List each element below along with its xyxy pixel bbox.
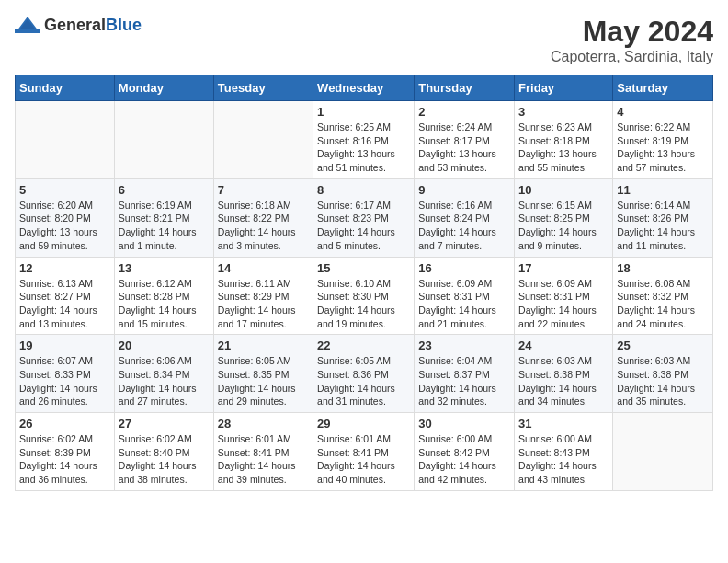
cell-info: Sunrise: 6:04 AMSunset: 8:37 PMDaylight:… [418,355,496,407]
cell-info: Sunrise: 6:02 AMSunset: 8:40 PMDaylight:… [119,433,197,485]
calendar-week-row: 12Sunrise: 6:13 AMSunset: 8:27 PMDayligh… [16,257,713,335]
day-number: 21 [218,339,309,352]
day-number: 29 [317,417,410,431]
calendar-cell: 20Sunrise: 6:06 AMSunset: 8:34 PMDayligh… [114,335,213,413]
calendar-cell: 25Sunrise: 6:03 AMSunset: 8:38 PMDayligh… [613,335,713,413]
subtitle: Capoterra, Sardinia, Italy [551,49,713,65]
calendar-cell: 2Sunrise: 6:24 AMSunset: 8:17 PMDaylight… [415,101,515,179]
day-number: 18 [617,261,709,275]
col-tuesday: Tuesday [213,75,313,101]
calendar-cell: 4Sunrise: 6:22 AMSunset: 8:19 PMDaylight… [613,101,713,179]
cell-info: Sunrise: 6:17 AMSunset: 8:23 PMDaylight:… [317,200,395,251]
cell-info: Sunrise: 6:06 AMSunset: 8:34 PMDaylight:… [119,355,197,407]
day-number: 10 [518,183,609,197]
day-number: 22 [317,339,410,352]
calendar-cell: 11Sunrise: 6:14 AMSunset: 8:26 PMDayligh… [613,178,713,257]
day-number: 12 [19,261,110,275]
day-number: 26 [19,417,110,431]
calendar-cell: 22Sunrise: 6:05 AMSunset: 8:36 PMDayligh… [313,335,415,413]
calendar-cell: 7Sunrise: 6:18 AMSunset: 8:22 PMDaylight… [213,178,313,257]
day-number: 3 [518,105,609,119]
calendar-cell: 6Sunrise: 6:19 AMSunset: 8:21 PMDaylight… [114,178,213,257]
cell-info: Sunrise: 6:16 AMSunset: 8:24 PMDaylight:… [418,200,496,251]
day-number: 13 [119,261,210,275]
cell-info: Sunrise: 6:09 AMSunset: 8:31 PMDaylight:… [418,278,496,329]
day-number: 20 [119,339,210,352]
day-number: 1 [317,105,410,119]
day-number: 17 [518,261,609,275]
calendar-cell [613,413,713,491]
logo-general-text: General [44,16,106,34]
day-number: 7 [218,183,309,197]
cell-info: Sunrise: 6:14 AMSunset: 8:26 PMDaylight:… [617,200,695,251]
cell-info: Sunrise: 6:02 AMSunset: 8:39 PMDaylight:… [19,433,97,485]
logo: GeneralBlue [15,15,142,35]
day-number: 8 [317,183,410,197]
cell-info: Sunrise: 6:05 AMSunset: 8:36 PMDaylight:… [317,355,395,407]
calendar-week-row: 5Sunrise: 6:20 AMSunset: 8:20 PMDaylight… [16,178,713,257]
calendar-cell: 30Sunrise: 6:00 AMSunset: 8:42 PMDayligh… [415,413,515,491]
calendar-cell: 15Sunrise: 6:10 AMSunset: 8:30 PMDayligh… [313,257,415,335]
cell-info: Sunrise: 6:22 AMSunset: 8:19 PMDaylight:… [617,121,695,173]
logo-blue-text: Blue [106,16,142,34]
cell-info: Sunrise: 6:25 AMSunset: 8:16 PMDaylight:… [317,121,395,173]
cell-info: Sunrise: 6:03 AMSunset: 8:38 PMDaylight:… [617,355,695,407]
cell-info: Sunrise: 6:08 AMSunset: 8:32 PMDaylight:… [617,278,695,329]
day-number: 6 [119,183,210,197]
cell-info: Sunrise: 6:18 AMSunset: 8:22 PMDaylight:… [218,200,296,251]
col-monday: Monday [114,75,213,101]
header-row: Sunday Monday Tuesday Wednesday Thursday… [16,75,713,101]
day-number: 2 [418,105,510,119]
cell-info: Sunrise: 6:03 AMSunset: 8:38 PMDaylight:… [518,355,597,407]
day-number: 19 [19,339,110,352]
calendar-cell: 9Sunrise: 6:16 AMSunset: 8:24 PMDaylight… [415,178,515,257]
logo-icon [15,15,40,35]
calendar-cell: 10Sunrise: 6:15 AMSunset: 8:25 PMDayligh… [515,178,613,257]
day-number: 15 [317,261,410,275]
calendar-cell: 24Sunrise: 6:03 AMSunset: 8:38 PMDayligh… [515,335,613,413]
calendar-cell: 17Sunrise: 6:09 AMSunset: 8:31 PMDayligh… [515,257,613,335]
col-saturday: Saturday [613,75,713,101]
calendar-cell: 23Sunrise: 6:04 AMSunset: 8:37 PMDayligh… [415,335,515,413]
cell-info: Sunrise: 6:11 AMSunset: 8:29 PMDaylight:… [218,278,296,329]
day-number: 23 [418,339,510,352]
calendar-cell: 19Sunrise: 6:07 AMSunset: 8:33 PMDayligh… [16,335,115,413]
calendar-cell: 26Sunrise: 6:02 AMSunset: 8:39 PMDayligh… [16,413,115,491]
day-number: 16 [418,261,510,275]
main-title: May 2024 [551,15,713,49]
title-area: May 2024 Capoterra, Sardinia, Italy [551,15,713,65]
calendar-cell: 3Sunrise: 6:23 AMSunset: 8:18 PMDaylight… [515,101,613,179]
calendar-body: 1Sunrise: 6:25 AMSunset: 8:16 PMDaylight… [16,101,713,491]
cell-info: Sunrise: 6:01 AMSunset: 8:41 PMDaylight:… [218,433,296,485]
col-thursday: Thursday [415,75,515,101]
calendar-week-row: 19Sunrise: 6:07 AMSunset: 8:33 PMDayligh… [16,335,713,413]
day-number: 11 [617,183,709,197]
calendar-week-row: 1Sunrise: 6:25 AMSunset: 8:16 PMDaylight… [16,101,713,179]
cell-info: Sunrise: 6:13 AMSunset: 8:27 PMDaylight:… [19,278,97,329]
cell-info: Sunrise: 6:05 AMSunset: 8:35 PMDaylight:… [218,355,296,407]
day-number: 24 [518,339,609,352]
calendar-cell: 1Sunrise: 6:25 AMSunset: 8:16 PMDaylight… [313,101,415,179]
cell-info: Sunrise: 6:01 AMSunset: 8:41 PMDaylight:… [317,433,395,485]
calendar-cell: 29Sunrise: 6:01 AMSunset: 8:41 PMDayligh… [313,413,415,491]
day-number: 28 [218,417,309,431]
cell-info: Sunrise: 6:09 AMSunset: 8:31 PMDaylight:… [518,278,597,329]
day-number: 27 [119,417,210,431]
calendar-cell: 27Sunrise: 6:02 AMSunset: 8:40 PMDayligh… [114,413,213,491]
cell-info: Sunrise: 6:23 AMSunset: 8:18 PMDaylight:… [518,121,597,173]
day-number: 31 [518,417,609,431]
col-wednesday: Wednesday [313,75,415,101]
calendar-cell: 18Sunrise: 6:08 AMSunset: 8:32 PMDayligh… [613,257,713,335]
calendar-cell: 12Sunrise: 6:13 AMSunset: 8:27 PMDayligh… [16,257,115,335]
cell-info: Sunrise: 6:19 AMSunset: 8:21 PMDaylight:… [119,200,197,251]
page-header: GeneralBlue May 2024 Capoterra, Sardinia… [15,15,713,65]
calendar-cell: 16Sunrise: 6:09 AMSunset: 8:31 PMDayligh… [415,257,515,335]
calendar-cell: 14Sunrise: 6:11 AMSunset: 8:29 PMDayligh… [213,257,313,335]
calendar-cell: 31Sunrise: 6:00 AMSunset: 8:43 PMDayligh… [515,413,613,491]
cell-info: Sunrise: 6:20 AMSunset: 8:20 PMDaylight:… [19,200,97,251]
calendar-week-row: 26Sunrise: 6:02 AMSunset: 8:39 PMDayligh… [16,413,713,491]
cell-info: Sunrise: 6:00 AMSunset: 8:43 PMDaylight:… [518,433,597,485]
cell-info: Sunrise: 6:24 AMSunset: 8:17 PMDaylight:… [418,121,496,173]
calendar-cell [114,101,213,179]
col-sunday: Sunday [16,75,115,101]
